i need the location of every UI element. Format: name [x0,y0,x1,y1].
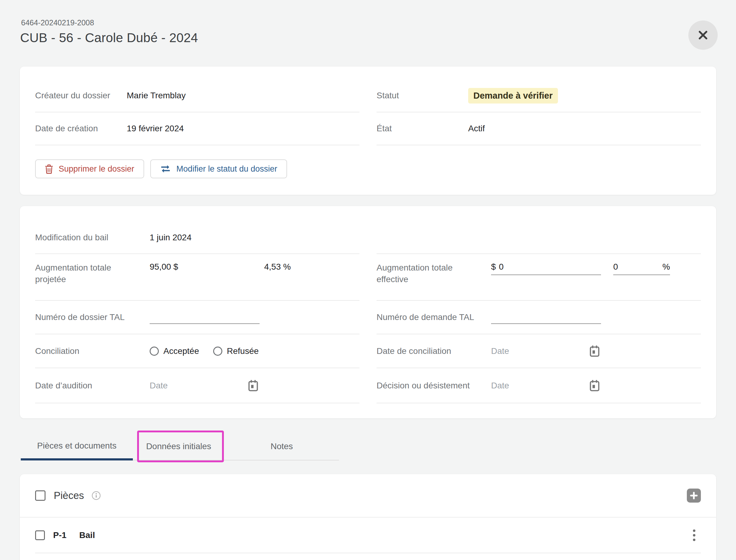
hearing-date-label: Date d’audition [35,380,150,391]
page-title: CUB - 56 - Carole Dubé - 2024 [20,31,198,45]
creation-date-label: Date de création [35,123,127,134]
state-value: Actif [468,124,485,133]
conciliation-row: Conciliation Acceptée Refusée [35,334,359,368]
radio-acceptee[interactable] [150,347,159,356]
radio-refusee[interactable] [213,347,222,356]
lease-modification-row: Modification du bail 1 juin 2024 [35,221,359,254]
piece-row: P-1 Bail [35,518,701,553]
creator-label: Créateur du dossier [35,90,127,101]
effective-percent-input[interactable] [613,262,659,272]
delete-dossier-label: Supprimer le dossier [59,164,134,174]
lease-form-card: Modification du bail 1 juin 2024 Augment… [20,206,716,418]
hearing-calendar-button[interactable] [248,380,258,392]
percent-suffix: % [662,262,670,272]
pieces-card: Pièces P-1 Bail [20,474,716,560]
radio-acceptee-label[interactable]: Acceptée [163,346,199,356]
tab-pieces-et-documents[interactable]: Pièces et documents [21,433,133,460]
close-button[interactable] [688,20,718,50]
conciliation-label: Conciliation [35,345,150,357]
state-row: État Actif [377,112,701,145]
decision-date-label: Décision ou désistement [377,380,491,391]
conciliation-date-field[interactable] [491,345,600,357]
conciliation-calendar-button[interactable] [589,345,600,357]
effective-increase-row: Augmentation totale effective $ % [377,254,701,301]
effective-amount-field[interactable]: $ [491,262,601,275]
state-label: État [377,123,468,134]
delete-dossier-button[interactable]: Supprimer le dossier [35,159,144,178]
transfer-arrows-icon [160,165,171,173]
piece-menu-button[interactable] [687,529,701,542]
decision-date-input[interactable] [491,381,564,391]
hearing-date-field[interactable] [150,380,258,392]
piece-name: Bail [79,530,95,540]
pieces-header: Pièces [20,474,716,518]
case-code: 6464-20240219-2008 [21,18,94,27]
tal-request-number-row: Numéro de demande TAL [377,301,701,334]
projected-increase-amount: 95,00 $ [150,262,264,272]
lease-modification-value: 1 juin 2024 [150,233,191,242]
empty-cell [377,221,701,254]
creator-value: Marie Tremblay [127,91,186,100]
dossier-info-card: Créateur du dossier Marie Tremblay Statu… [20,67,716,195]
effective-increase-label: Augmentation totale effective [377,262,491,285]
kebab-icon [693,529,695,541]
hearing-date-row: Date d’audition [35,368,359,403]
tab-donnees-initiales[interactable]: Données initiales [133,433,224,460]
tab-notes[interactable]: Notes [224,433,339,460]
trash-icon [45,164,53,174]
dollar-prefix: $ [491,262,496,272]
conciliation-date-label: Date de conciliation [377,345,491,357]
conciliation-refused-option[interactable]: Refusée [213,346,259,356]
effective-percent-field[interactable]: % [613,262,670,275]
creation-date-row: Date de création 19 février 2024 [35,112,359,145]
info-button[interactable] [92,491,101,500]
status-label: Statut [377,90,468,101]
tal-file-number-label: Numéro de dossier TAL [35,311,150,323]
pieces-title: Pièces [54,490,84,501]
decision-date-row: Décision ou désistement [377,368,701,403]
hearing-date-input[interactable] [150,381,223,391]
conciliation-accepted-option[interactable]: Acceptée [150,346,199,356]
info-icon [92,491,101,500]
projected-increase-label: Augmentation totale projetée [35,262,150,285]
projected-increase-row: Augmentation totale projetée 95,00 $ 4,5… [35,254,359,301]
decision-calendar-button[interactable] [589,380,600,392]
tal-request-number-input[interactable] [491,311,601,324]
calendar-icon [248,380,258,392]
conciliation-date-input[interactable] [491,346,564,356]
status-row: Statut Demande à vérifier [377,79,701,112]
plus-icon [690,492,698,500]
effective-amount-input[interactable] [499,262,601,272]
piece-code: P-1 [53,530,67,540]
status-badge: Demande à vérifier [468,88,558,104]
tal-file-number-input[interactable] [150,311,260,324]
lease-modification-label: Modification du bail [35,232,150,243]
close-icon [697,29,709,41]
pieces-select-all-checkbox[interactable] [35,490,46,501]
modify-status-button[interactable]: Modifier le statut du dossier [150,159,287,178]
calendar-icon [589,380,600,392]
projected-increase-percent: 4,53 % [264,262,291,272]
conciliation-date-row: Date de conciliation [377,334,701,368]
modify-status-label: Modifier le statut du dossier [177,164,277,174]
piece-checkbox[interactable] [35,530,45,540]
tal-file-number-row: Numéro de dossier TAL [35,301,359,334]
tab-bar: Pièces et documents Données initiales No… [21,433,339,460]
calendar-icon [589,345,600,357]
creation-date-value: 19 février 2024 [127,124,184,133]
radio-refusee-label[interactable]: Refusée [227,346,259,356]
add-piece-button[interactable] [687,489,701,503]
creator-row: Créateur du dossier Marie Tremblay [35,79,359,112]
decision-date-field[interactable] [491,380,600,392]
tal-request-number-label: Numéro de demande TAL [377,311,491,323]
